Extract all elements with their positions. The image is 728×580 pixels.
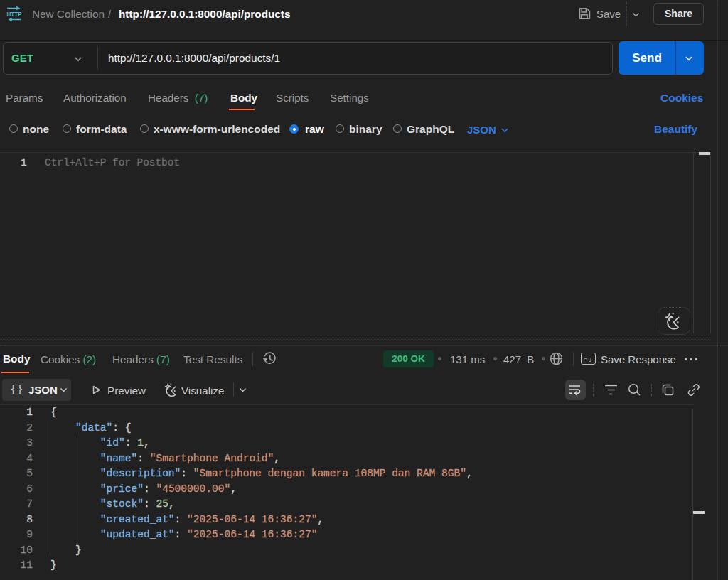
svg-text:HTTP: HTTP xyxy=(7,10,23,18)
